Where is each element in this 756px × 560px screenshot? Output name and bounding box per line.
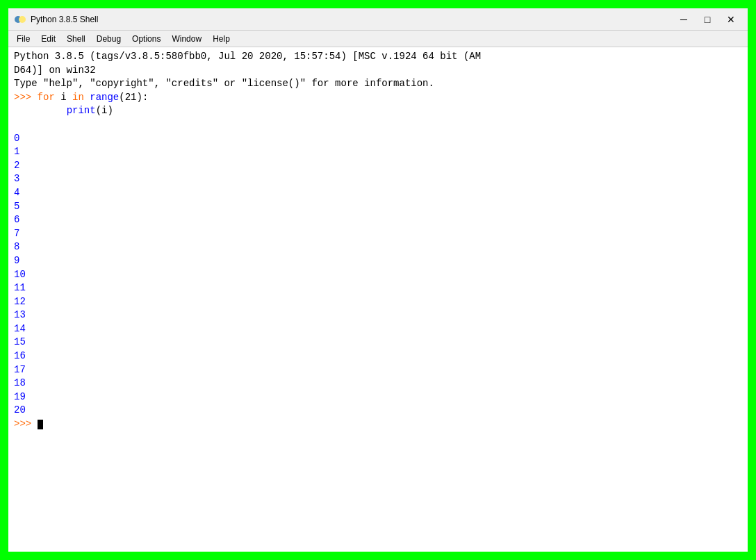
output-6: 6 <box>14 213 742 227</box>
output-10: 10 <box>14 268 742 282</box>
output-20: 20 <box>14 404 742 418</box>
output-15: 15 <box>14 336 742 349</box>
maximize-button[interactable]: □ <box>696 10 718 29</box>
menu-options[interactable]: Options <box>126 33 166 45</box>
menu-edit[interactable]: Edit <box>35 33 61 45</box>
app-icon <box>14 13 26 26</box>
output-14: 14 <box>14 322 742 336</box>
menu-file[interactable]: File <box>11 33 35 45</box>
svg-point-1 <box>19 16 26 23</box>
code-i-var: i <box>55 92 72 103</box>
output-12: 12 <box>14 295 742 309</box>
menu-help[interactable]: Help <box>207 33 236 45</box>
close-button[interactable]: ✕ <box>720 10 742 29</box>
menu-bar: File Edit Shell Debug Options Window Hel… <box>8 31 748 47</box>
keyword-for: for <box>38 92 55 103</box>
shell-content[interactable]: Python 3.8.5 (tags/v3.8.5:580fbb0, Jul 2… <box>8 47 748 552</box>
func-print: print <box>67 105 96 116</box>
window-controls: ─ □ ✕ <box>673 10 742 29</box>
code-for-line: >>> for i in range(21): <box>14 91 742 105</box>
final-prompt-line: >>> <box>14 418 742 431</box>
output-16: 16 <box>14 349 742 363</box>
output-5: 5 <box>14 200 742 214</box>
empty-line1 <box>14 118 742 132</box>
output-2: 2 <box>14 159 742 173</box>
output-8: 8 <box>14 240 742 254</box>
window-title: Python 3.8.5 Shell <box>31 15 673 24</box>
output-3: 3 <box>14 172 742 186</box>
python-version-line2: D64)] on win32 <box>14 64 742 78</box>
menu-window[interactable]: Window <box>166 33 207 45</box>
func-range: range <box>90 92 119 103</box>
output-13: 13 <box>14 308 742 322</box>
prompt1: >>> <box>14 92 38 103</box>
output-1: 1 <box>14 145 742 159</box>
output-0: 0 <box>14 132 742 146</box>
output-7: 7 <box>14 227 742 241</box>
keyword-in: in <box>72 92 84 103</box>
cursor <box>38 420 43 429</box>
python-version-line1: Python 3.8.5 (tags/v3.8.5:580fbb0, Jul 2… <box>14 50 742 64</box>
code-print-arg: (i) <box>96 105 113 116</box>
output-4: 4 <box>14 186 742 200</box>
python-shell-window: Python 3.8.5 Shell ─ □ ✕ File Edit Shell… <box>7 7 749 553</box>
output-19: 19 <box>14 390 742 404</box>
code-space <box>84 92 90 103</box>
title-bar: Python 3.8.5 Shell ─ □ ✕ <box>8 8 748 31</box>
final-prompt: >>> <box>14 418 38 429</box>
code-range-arg: (21): <box>119 92 148 103</box>
menu-debug[interactable]: Debug <box>91 33 126 45</box>
code-print-line: print(i) <box>14 104 742 118</box>
python-info-line: Type "help", "copyright", "credits" or "… <box>14 77 742 91</box>
output-17: 17 <box>14 363 742 377</box>
output-9: 9 <box>14 254 742 268</box>
prompt2 <box>14 105 67 116</box>
minimize-button[interactable]: ─ <box>673 10 695 29</box>
output-11: 11 <box>14 281 742 295</box>
menu-shell[interactable]: Shell <box>61 33 91 45</box>
output-18: 18 <box>14 377 742 390</box>
